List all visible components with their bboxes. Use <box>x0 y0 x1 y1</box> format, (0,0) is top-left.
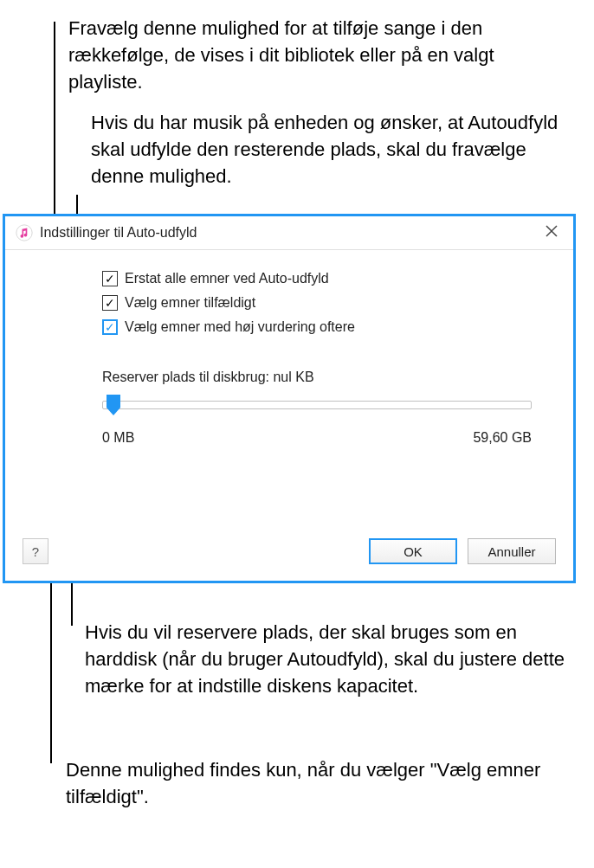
dialog-body: Erstat alle emner ved Auto-udfyld Vælg e… <box>5 250 573 580</box>
help-button[interactable]: ? <box>23 538 48 564</box>
close-button[interactable] <box>540 223 563 242</box>
slider-thumb[interactable] <box>106 394 121 416</box>
checkbox-row-high-rating: Vælg emner med høj vurdering oftere <box>102 319 556 335</box>
ok-button[interactable]: OK <box>369 538 457 564</box>
random-label: Vælg emner tilfældigt <box>125 295 255 311</box>
titlebar: Indstillinger til Auto-udfyld <box>5 216 573 250</box>
annotation-random-deselect: Fravælg denne mulighed for at tilføje sa… <box>68 16 553 95</box>
reserve-space-section: Reserver plads til diskbrug: nul KB 0 MB… <box>102 370 532 446</box>
replace-all-checkbox[interactable] <box>102 271 118 286</box>
slider-max-label: 59,60 GB <box>473 430 532 446</box>
replace-all-label: Erstat alle emner ved Auto-udfyld <box>125 271 329 286</box>
annotation-high-rating-info: Denne mulighed findes kun, når du vælger… <box>66 757 551 811</box>
cancel-button[interactable]: Annuller <box>468 538 556 564</box>
reserve-space-label: Reserver plads til diskbrug: nul KB <box>102 370 532 385</box>
autofill-settings-dialog: Indstillinger til Auto-udfyld Erstat all… <box>3 214 576 583</box>
slider-min-label: 0 MB <box>102 430 134 446</box>
random-checkbox[interactable] <box>102 295 118 311</box>
high-rating-label: Vælg emner med høj vurdering oftere <box>125 319 355 335</box>
itunes-music-icon <box>16 224 33 241</box>
slider-value-labels: 0 MB 59,60 GB <box>102 430 532 446</box>
dialog-button-row: OK Annuller <box>369 538 556 564</box>
annotation-slider: Hvis du vil reservere plads, der skal br… <box>85 620 570 699</box>
annotation-replace-deselect: Hvis du har musik på enheden og ønsker, … <box>91 110 576 190</box>
dialog-title: Indstillinger til Auto-udfyld <box>40 225 540 241</box>
reserve-space-slider[interactable] <box>102 401 532 409</box>
high-rating-checkbox[interactable] <box>102 319 118 335</box>
checkbox-row-random: Vælg emner tilfældigt <box>102 295 556 311</box>
svg-point-0 <box>16 225 32 241</box>
checkbox-row-replace-all: Erstat alle emner ved Auto-udfyld <box>102 271 556 286</box>
